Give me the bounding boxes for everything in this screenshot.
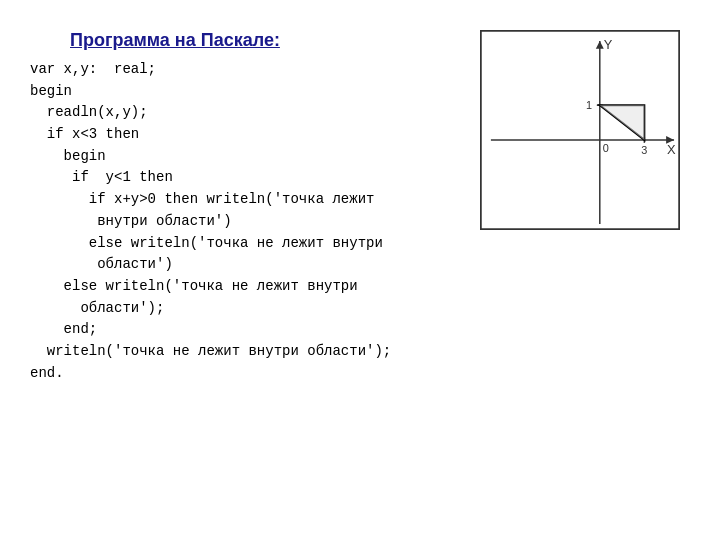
code-line-4: if x<3 then (30, 126, 139, 142)
svg-text:1: 1 (586, 99, 592, 111)
svg-rect-0 (481, 31, 679, 229)
code-line-13: end; (30, 321, 97, 337)
page-container: Программа на Паскале: var x,y: real; beg… (0, 0, 720, 540)
graph-container: Y X 0 3 1 (480, 30, 680, 230)
svg-text:3: 3 (641, 144, 647, 156)
code-line-10: области') (30, 256, 173, 272)
code-line-14: writeln('точка не лежит внутри области')… (30, 343, 391, 359)
code-line-3: readln(x,y); (30, 104, 148, 120)
code-line-11: else writeln('точка не лежит внутри (30, 278, 358, 294)
svg-text:Y: Y (604, 37, 613, 52)
code-section: Программа на Паскале: var x,y: real; beg… (30, 20, 460, 520)
code-line-15: end. (30, 365, 64, 381)
code-line-6: if y<1 then (30, 169, 173, 185)
code-line-2: begin (30, 83, 72, 99)
code-line-1: var x,y: real; (30, 61, 156, 77)
code-line-5: begin (30, 148, 106, 164)
graph-section: Y X 0 3 1 (480, 20, 690, 520)
code-line-12: области'); (30, 300, 164, 316)
svg-text:0: 0 (603, 142, 609, 154)
graph-svg: Y X 0 3 1 (481, 31, 679, 229)
svg-text:X: X (667, 142, 676, 157)
page-title: Программа на Паскале: (70, 30, 460, 51)
code-block: var x,y: real; begin readln(x,y); if x<3… (30, 59, 460, 384)
code-line-7: if x+y>0 then writeln('точка лежит (30, 191, 374, 207)
code-line-9: else writeln('точка не лежит внутри (30, 235, 383, 251)
code-line-8: внутри области') (30, 213, 232, 229)
